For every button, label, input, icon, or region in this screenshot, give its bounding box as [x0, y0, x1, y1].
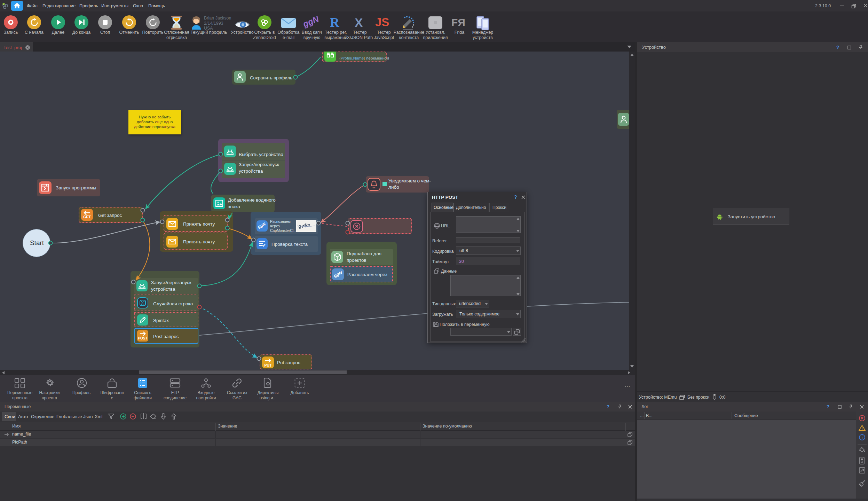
svg-text:www: www [434, 225, 440, 227]
